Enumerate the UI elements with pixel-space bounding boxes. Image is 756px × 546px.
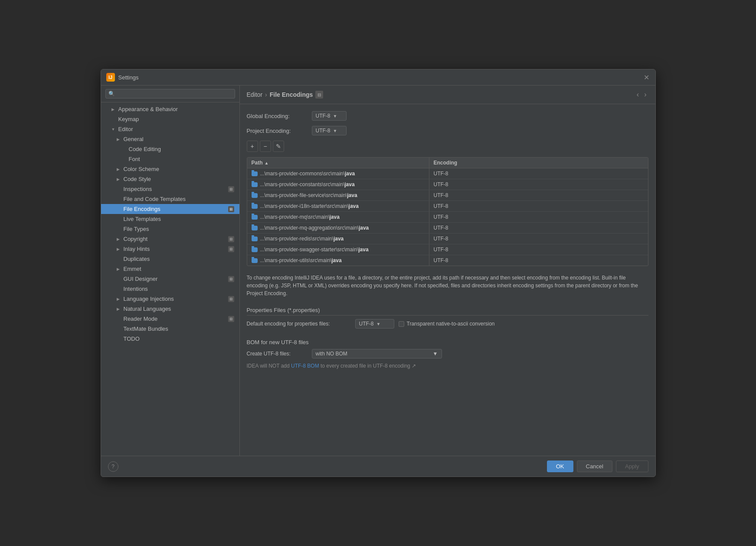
sidebar-item-file-and-code-templates[interactable]: File and Code Templates bbox=[101, 194, 239, 204]
chevron-right-icon: ▶ bbox=[117, 297, 122, 301]
project-encoding-dropdown[interactable]: UTF-8 ▼ bbox=[312, 126, 347, 135]
sidebar-item-code-style[interactable]: ▶ Code Style bbox=[101, 174, 239, 184]
folder-icon bbox=[252, 215, 258, 220]
table-row[interactable]: ...\mars-provider-commons\src\main\java … bbox=[247, 168, 648, 179]
sidebar-item-copyright[interactable]: ▶ Copyright ⊞ bbox=[101, 234, 239, 244]
add-button[interactable]: + bbox=[247, 141, 258, 152]
enc-col-label: Encoding bbox=[434, 160, 458, 166]
sidebar-item-live-templates[interactable]: Live Templates bbox=[101, 214, 239, 224]
sidebar-item-editor[interactable]: ▼ Editor bbox=[101, 124, 239, 134]
properties-section-title: Properties Files (*.properties) bbox=[247, 305, 648, 316]
sort-asc-icon: ▲ bbox=[265, 161, 269, 165]
encoding-cell: UTF-8 bbox=[429, 179, 648, 190]
chevron-placeholder bbox=[117, 337, 122, 341]
chevron-right-icon: ▶ bbox=[117, 237, 122, 241]
path-text: ...\mars-provider-commons\src\main\java bbox=[260, 171, 355, 177]
gui-designer-badge: ⊞ bbox=[228, 276, 234, 282]
nav-tree: ▶ Appearance & Behavior Keymap ▼ Editor … bbox=[101, 102, 239, 456]
encoding-cell: UTF-8 bbox=[429, 234, 648, 244]
back-button[interactable]: ‹ bbox=[635, 90, 641, 99]
sidebar-item-label: Inlay Hints bbox=[124, 246, 226, 252]
table-row[interactable]: ...\mars-provider-constants\src\main\jav… bbox=[247, 179, 648, 190]
table-header: Path ▲ Encoding bbox=[247, 158, 648, 168]
default-enc-value: UTF-8 bbox=[359, 321, 374, 327]
forward-button[interactable]: › bbox=[642, 90, 648, 99]
edit-button[interactable]: ✎ bbox=[273, 141, 284, 152]
table-row[interactable]: ...\mars-provider-mq-aggregation\src\mai… bbox=[247, 223, 648, 234]
bom-section: BOM for new UTF-8 files Create UTF-8 fil… bbox=[247, 339, 648, 370]
search-input-wrap[interactable]: 🔍 bbox=[105, 89, 235, 99]
sidebar-item-textmate-bundles[interactable]: TextMate Bundles bbox=[101, 324, 239, 334]
cancel-button[interactable]: Cancel bbox=[577, 460, 612, 472]
sidebar-item-code-editing[interactable]: Code Editing bbox=[101, 144, 239, 154]
sidebar-item-label: File Types bbox=[124, 226, 234, 232]
sidebar-item-file-types[interactable]: File Types bbox=[101, 224, 239, 234]
sidebar-item-color-scheme[interactable]: ▶ Color Scheme bbox=[101, 164, 239, 174]
chevron-placeholder bbox=[117, 277, 122, 281]
sidebar-item-natural-languages[interactable]: ▶ Natural Languages bbox=[101, 304, 239, 314]
dropdown-arrow-icon: ▼ bbox=[333, 128, 337, 133]
table-row[interactable]: ...\mars-provider-mq\src\main\java UTF-8 bbox=[247, 212, 648, 223]
global-encoding-dropdown[interactable]: UTF-8 ▼ bbox=[312, 111, 347, 121]
path-col-label: Path bbox=[252, 160, 263, 166]
sidebar-item-label: General bbox=[124, 136, 234, 142]
remove-button[interactable]: − bbox=[260, 141, 271, 152]
sidebar-item-gui-designer[interactable]: GUI Designer ⊞ bbox=[101, 274, 239, 284]
sidebar-item-inlay-hints[interactable]: ▶ Inlay Hints ⊞ bbox=[101, 244, 239, 254]
sidebar-item-label: Reader Mode bbox=[124, 316, 226, 322]
breadcrumb-icon-button[interactable]: ⊟ bbox=[315, 91, 323, 99]
default-enc-dropdown[interactable]: UTF-8 ▼ bbox=[355, 319, 394, 329]
encoding-column-header[interactable]: Encoding bbox=[429, 158, 648, 168]
create-utf8-row: Create UTF-8 files: with NO BOM ▼ bbox=[247, 349, 648, 359]
path-text: ...\mars-provider-mq-aggregation\src\mai… bbox=[260, 225, 369, 231]
search-bar: 🔍 bbox=[101, 86, 239, 102]
folder-icon bbox=[252, 226, 258, 230]
sidebar-item-general[interactable]: ▶ General bbox=[101, 134, 239, 144]
encoding-cell: UTF-8 bbox=[429, 168, 648, 179]
dropdown-arrow-icon: ▼ bbox=[333, 114, 337, 118]
path-column-header[interactable]: Path ▲ bbox=[247, 158, 429, 168]
sidebar-item-todo[interactable]: TODO bbox=[101, 334, 239, 344]
sidebar-item-label: Language Injections bbox=[124, 296, 226, 302]
global-encoding-row: Global Encoding: UTF-8 ▼ bbox=[247, 111, 648, 121]
utf8-bom-link[interactable]: UTF-8 BOM bbox=[291, 363, 319, 369]
encoding-cell: UTF-8 bbox=[429, 244, 648, 255]
sidebar-item-appearance[interactable]: ▶ Appearance & Behavior bbox=[101, 104, 239, 114]
sidebar-item-label: Font bbox=[129, 156, 234, 162]
properties-section: Properties Files (*.properties) Default … bbox=[247, 305, 648, 332]
create-utf8-value: with NO BOM bbox=[316, 351, 347, 357]
sidebar-item-intentions[interactable]: Intentions bbox=[101, 284, 239, 294]
sidebar-item-inspections[interactable]: Inspections ⊞ bbox=[101, 184, 239, 194]
breadcrumb-parent[interactable]: Editor bbox=[247, 91, 263, 98]
table-row[interactable]: ...\mars-provider-redis\src\main\java UT… bbox=[247, 234, 648, 244]
external-link-icon: ↗ bbox=[412, 363, 416, 369]
title-bar: IJ Settings ✕ bbox=[101, 69, 655, 86]
ok-button[interactable]: OK bbox=[547, 460, 573, 472]
help-button[interactable]: ? bbox=[108, 461, 118, 472]
app-icon: IJ bbox=[106, 73, 115, 82]
sidebar-item-keymap[interactable]: Keymap bbox=[101, 114, 239, 124]
path-cell: ...\mars-provider-swagger-starter\src\ma… bbox=[247, 244, 429, 255]
inlay-hints-badge: ⊞ bbox=[228, 246, 234, 252]
path-cell: ...\mars-provider-i18n-starter\src\main\… bbox=[247, 201, 429, 211]
sidebar-item-file-encodings[interactable]: File Encodings ⊞ bbox=[101, 204, 239, 214]
encoding-cell: UTF-8 bbox=[429, 255, 648, 266]
sidebar-item-language-injections[interactable]: ▶ Language Injections ⊞ bbox=[101, 294, 239, 304]
table-row[interactable]: ...\mars-provider-utils\src\main\java UT… bbox=[247, 255, 648, 266]
path-cell: ...\mars-provider-mq\src\main\java bbox=[247, 212, 429, 222]
encoding-table: Path ▲ Encoding ...\mars-provider-common… bbox=[247, 157, 648, 266]
create-utf8-dropdown[interactable]: with NO BOM ▼ bbox=[312, 349, 442, 359]
close-button[interactable]: ✕ bbox=[643, 74, 650, 81]
table-row[interactable]: ...\mars-provider-swagger-starter\src\ma… bbox=[247, 244, 648, 255]
sidebar-item-label: Emmet bbox=[124, 266, 234, 272]
search-input[interactable] bbox=[117, 91, 232, 97]
transparent-checkbox[interactable] bbox=[399, 321, 404, 327]
sidebar-item-duplicates[interactable]: Duplicates bbox=[101, 254, 239, 264]
sidebar-item-font[interactable]: Font bbox=[101, 154, 239, 164]
sidebar-item-emmet[interactable]: ▶ Emmet bbox=[101, 264, 239, 274]
sidebar-item-reader-mode[interactable]: Reader Mode ⊞ bbox=[101, 314, 239, 324]
apply-button[interactable]: Apply bbox=[616, 460, 648, 472]
table-row[interactable]: ...\mars-provider-i18n-starter\src\main\… bbox=[247, 201, 648, 212]
folder-icon bbox=[252, 204, 258, 209]
table-row[interactable]: ...\mars-provider-file-service\src\main\… bbox=[247, 190, 648, 201]
